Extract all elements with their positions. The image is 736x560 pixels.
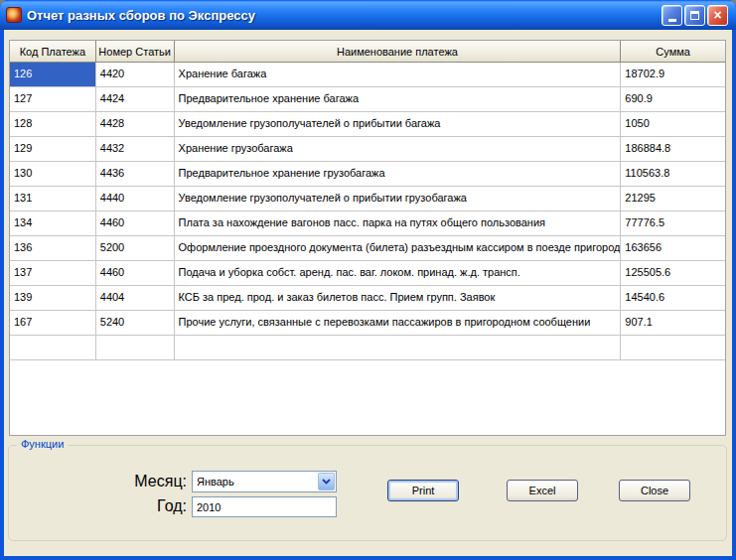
column-header-code[interactable]: Код Платежа bbox=[10, 41, 96, 63]
table-row[interactable]: 129 4432 Хранение грузобагажа 186884.8 bbox=[10, 137, 725, 162]
cell-name[interactable]: Подача и уборка собст. аренд. пас. ваг. … bbox=[175, 261, 622, 286]
window-title: Отчет разных сборов по Экспрессу bbox=[27, 8, 662, 23]
excel-button[interactable]: Excel bbox=[507, 480, 578, 501]
cell-sum[interactable]: 21295 bbox=[621, 187, 725, 211]
cell-name[interactable]: Предварительное хранение багажа bbox=[175, 87, 622, 112]
cell-article[interactable]: 4420 bbox=[96, 63, 175, 87]
column-header-article[interactable]: Номер Статьи bbox=[96, 41, 175, 63]
cell-article[interactable]: 4436 bbox=[96, 162, 175, 187]
cell-article[interactable]: 4432 bbox=[96, 137, 175, 162]
cell-code[interactable]: 129 bbox=[10, 137, 96, 162]
client-area: Код Платежа Номер Статьи Наименование пл… bbox=[4, 30, 732, 556]
minimize-button[interactable] bbox=[662, 5, 682, 26]
close-button[interactable]: × bbox=[707, 5, 728, 26]
table-row[interactable]: 167 5240 Прочие услуги, связанные с пере… bbox=[10, 311, 725, 336]
cell-code[interactable]: 136 bbox=[10, 236, 96, 261]
app-window: Отчет разных сборов по Экспрессу × Код П… bbox=[0, 0, 736, 560]
cell-article[interactable]: 4460 bbox=[96, 211, 175, 236]
cell-sum[interactable]: 14540.6 bbox=[621, 286, 725, 311]
cell-name[interactable]: Уведомление грузополучателей о прибытии … bbox=[175, 112, 622, 137]
cell-name[interactable]: Хранение багажа bbox=[175, 63, 622, 87]
cell-sum[interactable]: 163656 bbox=[621, 236, 725, 261]
table-row-empty bbox=[10, 336, 725, 360]
cell-sum[interactable]: 186884.8 bbox=[621, 137, 725, 162]
month-combobox[interactable]: Январь bbox=[192, 471, 337, 492]
cell-article[interactable]: 4428 bbox=[96, 112, 175, 137]
close-form-button[interactable]: Close bbox=[619, 480, 690, 501]
cell-article[interactable]: 5200 bbox=[96, 236, 175, 261]
year-label: Год: bbox=[68, 495, 187, 517]
month-label: Месяц: bbox=[68, 471, 187, 492]
cell-code[interactable]: 139 bbox=[10, 286, 96, 311]
cell-code[interactable]: 127 bbox=[10, 87, 96, 112]
cell-code[interactable]: 130 bbox=[10, 162, 96, 187]
maximize-icon bbox=[690, 11, 699, 20]
maximize-button[interactable] bbox=[684, 5, 705, 26]
table-row[interactable]: 136 5200 Оформление проездного документа… bbox=[10, 236, 725, 261]
cell-sum[interactable]: 110563.8 bbox=[621, 162, 725, 187]
cell-article[interactable]: 5240 bbox=[96, 311, 175, 336]
cell-name[interactable]: Уведомление грузополучателей о прибытии … bbox=[175, 187, 622, 211]
table-row[interactable]: 134 4460 Плата за нахождение вагонов пас… bbox=[10, 211, 725, 236]
cell-name[interactable]: Оформление проездного документа (билета)… bbox=[175, 236, 622, 261]
month-value: Январь bbox=[193, 476, 318, 488]
cell-article[interactable]: 4404 bbox=[96, 286, 175, 311]
close-icon: × bbox=[713, 8, 721, 22]
window-controls: × bbox=[662, 5, 728, 26]
table-row[interactable]: 137 4460 Подача и уборка собст. аренд. п… bbox=[10, 261, 725, 286]
cell-article[interactable]: 4460 bbox=[96, 261, 175, 286]
column-header-name[interactable]: Наименование платежа bbox=[175, 41, 622, 63]
cell-name[interactable]: Предварительное хранение грузобагажа bbox=[175, 162, 622, 187]
cell-sum[interactable]: 125505.6 bbox=[621, 261, 725, 286]
print-button[interactable]: Print bbox=[387, 480, 459, 501]
cell-sum[interactable]: 77776.5 bbox=[621, 211, 725, 236]
cell-name[interactable]: Прочие услуги, связанные с перевозками п… bbox=[175, 311, 622, 336]
table-header: Код Платежа Номер Статьи Наименование пл… bbox=[10, 41, 725, 63]
groupbox-title: Функции bbox=[17, 438, 68, 450]
cell-code[interactable]: 167 bbox=[10, 311, 96, 336]
table-row[interactable]: 127 4424 Предварительное хранение багажа… bbox=[10, 87, 725, 112]
cell-sum[interactable]: 690.9 bbox=[621, 87, 725, 112]
titlebar: Отчет разных сборов по Экспрессу × bbox=[0, 0, 736, 30]
cell-sum[interactable]: 18702.9 bbox=[621, 63, 725, 87]
cell-code-selected[interactable]: 126 bbox=[10, 63, 96, 87]
cell-article[interactable]: 4424 bbox=[96, 87, 175, 112]
table-row[interactable]: 126 4420 Хранение багажа 18702.9 bbox=[10, 63, 725, 87]
chevron-down-icon[interactable] bbox=[318, 473, 335, 490]
app-icon bbox=[6, 7, 22, 23]
table-row[interactable]: 131 4440 Уведомление грузополучателей о … bbox=[10, 187, 725, 211]
column-header-sum[interactable]: Сумма bbox=[621, 41, 725, 63]
cell-code[interactable]: 137 bbox=[10, 261, 96, 286]
year-input[interactable] bbox=[192, 496, 337, 517]
cell-code[interactable]: 128 bbox=[10, 112, 96, 137]
cell-name[interactable]: Хранение грузобагажа bbox=[175, 137, 622, 162]
cell-code[interactable]: 131 bbox=[10, 187, 96, 211]
cell-name[interactable]: КСБ за пред. прод. и заказ билетов пасс.… bbox=[175, 286, 622, 311]
minimize-icon bbox=[668, 19, 676, 22]
table-row[interactable]: 139 4404 КСБ за пред. прод. и заказ биле… bbox=[10, 286, 725, 311]
payments-table: Код Платежа Номер Статьи Наименование пл… bbox=[9, 40, 726, 436]
cell-code[interactable]: 134 bbox=[10, 211, 96, 236]
cell-sum[interactable]: 907.1 bbox=[621, 311, 725, 336]
cell-name[interactable]: Плата за нахождение вагонов пасс. парка … bbox=[175, 211, 622, 236]
cell-article[interactable]: 4440 bbox=[96, 187, 175, 211]
cell-sum[interactable]: 1050 bbox=[621, 112, 725, 137]
table-row[interactable]: 128 4428 Уведомление грузополучателей о … bbox=[10, 112, 725, 137]
table-row[interactable]: 130 4436 Предварительное хранение грузоб… bbox=[10, 162, 725, 187]
